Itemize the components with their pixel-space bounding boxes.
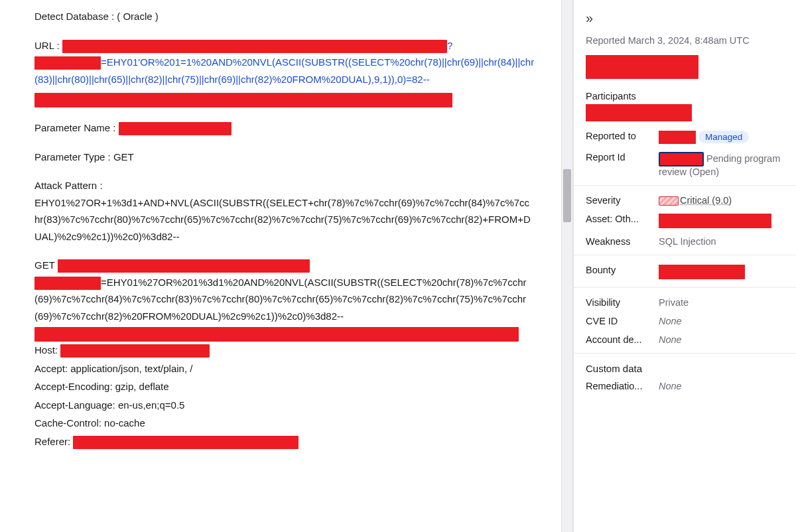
attack-pattern-label: Attack Pattern : <box>34 177 535 194</box>
custom-data-heading: Custom data <box>586 363 784 374</box>
redacted-bounty <box>659 265 745 279</box>
account-label: Account de... <box>586 334 652 345</box>
remediation-label: Remediatio... <box>586 381 652 391</box>
reported-to-row: Reported to Managed <box>586 131 784 144</box>
cveid-row: CVE ID None <box>586 316 784 326</box>
http-accept-language: Accept-Language: en-us,en;q=0.5 <box>34 397 535 414</box>
visibility-value: Private <box>659 297 784 308</box>
http-referer-row: Referer: <box>34 433 535 450</box>
redacted-host <box>60 344 210 358</box>
redacted-reported-to <box>659 131 696 144</box>
visibility-row: Visibility Private <box>586 297 784 308</box>
http-host-row: Host: <box>34 342 535 359</box>
account-row: Account de... None <box>586 334 784 345</box>
scrollbar[interactable] <box>561 0 573 532</box>
participants-label: Participants <box>586 91 784 101</box>
http-referer-label: Referer: <box>34 436 73 447</box>
divider <box>574 287 796 288</box>
cveid-value: None <box>659 316 784 326</box>
http-accept-encoding: Accept-Encoding: gzip, deflate <box>34 378 535 395</box>
http-host-label: Host: <box>34 344 60 356</box>
http-cache-control: Cache-Control: no-cache <box>34 415 535 432</box>
weakness-value: SQL Injection <box>659 236 784 247</box>
redacted-url-param <box>34 56 101 70</box>
redacted-participants <box>586 104 692 121</box>
report-id-label: Report Id <box>586 152 652 163</box>
http-accept: Accept: application/json, text/plain, / <box>34 360 535 377</box>
divider <box>574 255 796 255</box>
remediation-row: Remediatio... None <box>586 381 784 391</box>
asset-row: Asset: Oth... <box>586 214 784 228</box>
visibility-label: Visibility <box>586 297 652 308</box>
redacted-referer <box>73 436 298 449</box>
bounty-label: Bounty <box>586 265 652 275</box>
remediation-value: None <box>659 381 784 391</box>
redacted-get-param <box>34 277 101 290</box>
http-request-block: GET =EHY01%27OR%201%3d1%20AND%20NVL(ASCI… <box>34 257 535 324</box>
redacted-get-path <box>58 259 310 273</box>
scrollbar-thumb[interactable] <box>563 169 571 222</box>
divider <box>574 353 796 354</box>
param-name-label: Parameter Name : <box>34 122 119 133</box>
param-type-row: Parameter Type : GET <box>34 149 535 166</box>
reported-timestamp: Reported March 3, 2024, 8:48am UTC <box>586 35 784 46</box>
detect-database: Detect Database : ( Oracle ) <box>34 8 535 25</box>
redacted-block-2 <box>34 327 519 342</box>
severity-value[interactable]: Critical (9.0) <box>680 195 732 206</box>
url-query-start: ? <box>447 40 452 51</box>
account-value: None <box>659 334 784 345</box>
severity-row: Severity Critical (9.0) <box>586 195 784 206</box>
bounty-row: Bounty <box>586 265 784 279</box>
sidebar: » Reported March 3, 2024, 8:48am UTC Par… <box>573 0 796 532</box>
redacted-report-id <box>659 152 704 166</box>
severity-label: Severity <box>586 195 652 206</box>
redacted-param-name <box>119 122 232 135</box>
attack-pattern-block: Attack Pattern : EHY01%27OR+1%3d1+AND+NV… <box>34 177 535 245</box>
collapse-sidebar-button[interactable]: » <box>586 11 593 26</box>
divider <box>574 185 796 186</box>
asset-label: Asset: Oth... <box>586 214 652 224</box>
http-get-payload: =EHY01%27OR%201%3d1%20AND%20NVL(ASCII(SU… <box>34 277 527 322</box>
redacted-block-1 <box>34 93 452 107</box>
weakness-row: Weakness SQL Injection <box>586 236 784 247</box>
param-name-row: Parameter Name : <box>34 119 535 137</box>
url-block: URL : ? =EHY01'OR%201=1%20AND%20NVL(ASCI… <box>34 37 535 88</box>
reported-to-label: Reported to <box>586 131 652 141</box>
redacted-reporter <box>586 55 698 79</box>
http-get-label: GET <box>34 259 55 271</box>
url-payload: =EHY01'OR%201=1%20AND%20NVL(ASCII(SUBSTR… <box>34 56 534 85</box>
redacted-url-host <box>62 40 447 53</box>
managed-badge: Managed <box>698 131 749 143</box>
weakness-label: Weakness <box>586 236 652 247</box>
severity-indicator-icon <box>659 196 679 206</box>
report-body: Detect Database : ( Oracle ) URL : ? =EH… <box>0 0 561 532</box>
report-id-row: Report Id Pending program review (Open) <box>586 152 784 177</box>
attack-pattern-value: EHY01%27OR+1%3d1+AND+NVL(ASCII(SUBSTR((S… <box>34 194 535 245</box>
url-label: URL : <box>34 40 62 51</box>
cveid-label: CVE ID <box>586 316 652 326</box>
redacted-asset <box>659 214 771 228</box>
url-link[interactable]: ? =EHY01'OR%201=1%20AND%20NVL(ASCII(SUBS… <box>34 40 534 85</box>
